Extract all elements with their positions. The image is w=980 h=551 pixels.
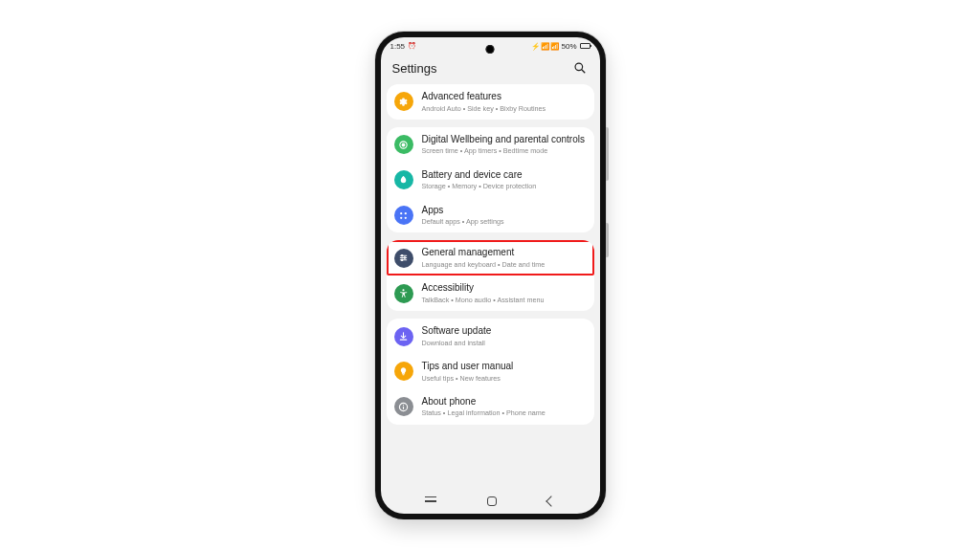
svg-rect-16 [402, 374, 404, 375]
wellbeing-icon [394, 135, 413, 154]
settings-row[interactable]: General managementLanguage and keyboard … [387, 240, 594, 276]
row-text: Software updateDownload and install [422, 325, 587, 347]
row-title: General management [422, 247, 587, 259]
svg-point-6 [405, 212, 407, 214]
row-subtitle: Storage • Memory • Device protection [422, 182, 587, 190]
settings-group: Software updateDownload and installTips … [387, 319, 594, 425]
row-title: Accessibility [422, 282, 587, 295]
accessibility-icon [394, 284, 413, 303]
row-subtitle: Download and install [422, 339, 587, 347]
screen: 1:55 ⏰ ⚡ 📶 📶 50% Settings [381, 37, 600, 514]
row-title: Advanced features [422, 91, 587, 103]
row-subtitle: TalkBack • Mono audio • Assistant menu [422, 296, 587, 304]
about-phone-icon [394, 397, 413, 416]
settings-list[interactable]: Advanced featuresAndroid Auto • Side key… [381, 84, 600, 425]
battery-care-icon [394, 170, 413, 189]
phone-frame: 1:55 ⏰ ⚡ 📶 📶 50% Settings [375, 32, 606, 519]
settings-row[interactable]: Advanced featuresAndroid Auto • Side key… [387, 84, 594, 120]
software-update-icon [394, 327, 413, 346]
tips-icon [394, 362, 413, 381]
front-camera [486, 45, 495, 54]
row-subtitle: Screen time • App timers • Bedtime mode [422, 146, 587, 155]
settings-row[interactable]: Battery and device careStorage • Memory … [387, 163, 594, 198]
row-text: Battery and device careStorage • Memory … [422, 169, 587, 191]
general-management-icon [394, 249, 413, 268]
network-icons: ⚡ 📶 📶 [531, 42, 559, 51]
row-title: Software update [422, 325, 587, 338]
volume-button[interactable] [606, 127, 609, 181]
row-text: General managementLanguage and keyboard … [422, 247, 587, 269]
settings-row[interactable]: AppsDefault apps • App settings [387, 198, 594, 233]
row-text: Tips and user manualUseful tips • New fe… [422, 361, 587, 383]
row-text: Advanced featuresAndroid Auto • Side key… [422, 91, 587, 113]
alarm-icon: ⏰ [408, 42, 416, 50]
svg-point-15 [402, 289, 404, 291]
settings-row[interactable]: Digital Wellbeing and parental controlsS… [387, 127, 594, 163]
row-text: Digital Wellbeing and parental controlsS… [422, 134, 587, 156]
settings-group: General managementLanguage and keyboard … [387, 240, 594, 311]
battery-icon [580, 43, 590, 49]
settings-row[interactable]: AccessibilityTalkBack • Mono audio • Ass… [387, 276, 594, 311]
row-title: Tips and user manual [422, 361, 587, 373]
svg-point-7 [400, 216, 402, 218]
row-title: Apps [422, 205, 587, 217]
settings-group: Digital Wellbeing and parental controlsS… [387, 127, 594, 233]
svg-point-8 [405, 216, 407, 218]
battery-percent: 50% [561, 42, 576, 51]
row-text: AccessibilityTalkBack • Mono audio • Ass… [422, 282, 587, 304]
row-subtitle: Language and keyboard • Date and time [422, 260, 587, 269]
advanced-features-icon [394, 92, 413, 111]
nav-home-button[interactable] [487, 496, 497, 506]
nav-bar [381, 489, 600, 514]
row-title: About phone [422, 396, 587, 408]
settings-header: Settings [381, 55, 600, 84]
svg-point-13 [404, 257, 405, 258]
apps-icon [394, 206, 413, 225]
svg-point-4 [402, 143, 405, 146]
settings-group: Advanced featuresAndroid Auto • Side key… [387, 84, 594, 120]
row-subtitle: Android Auto • Side key • Bixby Routines [422, 104, 587, 113]
row-title: Digital Wellbeing and parental controls [422, 134, 587, 146]
svg-point-5 [400, 212, 402, 214]
svg-line-1 [581, 70, 585, 74]
power-button[interactable] [606, 223, 609, 257]
svg-point-0 [575, 63, 583, 71]
row-subtitle: Useful tips • New features [422, 374, 587, 383]
page-title: Settings [392, 61, 437, 76]
search-icon [573, 61, 587, 75]
settings-row[interactable]: Tips and user manualUseful tips • New fe… [387, 354, 594, 389]
settings-row[interactable]: Software updateDownload and install [387, 319, 594, 354]
row-subtitle: Default apps • App settings [422, 217, 587, 226]
nav-back-button[interactable] [546, 496, 556, 506]
settings-row[interactable]: About phoneStatus • Legal information • … [387, 389, 594, 425]
svg-point-12 [401, 255, 402, 256]
row-title: Battery and device care [422, 169, 587, 182]
row-text: AppsDefault apps • App settings [422, 205, 587, 227]
row-text: About phoneStatus • Legal information • … [422, 396, 587, 418]
svg-point-14 [401, 259, 402, 260]
status-time: 1:55 [390, 42, 406, 51]
search-button[interactable] [571, 59, 589, 77]
row-subtitle: Status • Legal information • Phone name [422, 408, 587, 417]
nav-recent-button[interactable] [425, 500, 436, 502]
